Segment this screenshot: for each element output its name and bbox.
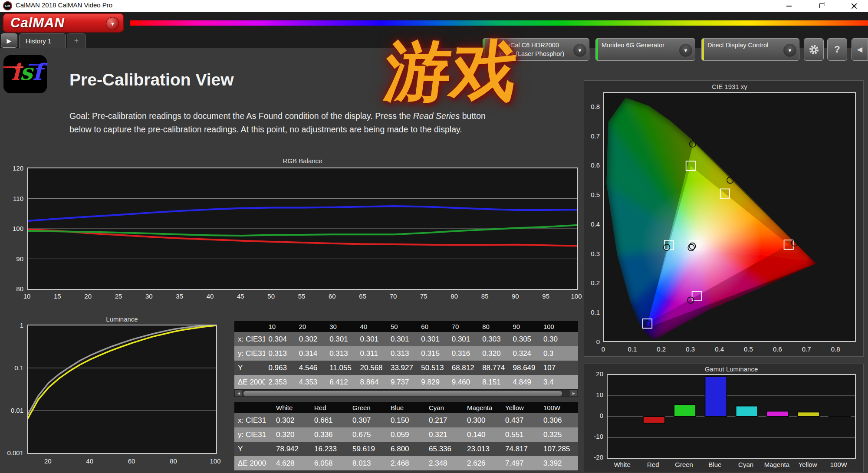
goal-text: Goal: Pre-calibration readings to docume… <box>69 109 486 136</box>
add-tab-button[interactable]: + <box>67 33 86 48</box>
table-cell: 0.059 <box>387 430 425 439</box>
settings-button[interactable] <box>804 38 824 61</box>
table-column-header: Blue <box>387 404 425 411</box>
table-cell: 0.217 <box>425 416 464 425</box>
table-row: y: CIE310.3130.3140.3130.3110.3130.3150.… <box>234 346 578 361</box>
rgb-balance-title: RGB Balance <box>27 157 578 164</box>
table-cell: 16.233 <box>311 445 349 453</box>
table-cell: 0.320 <box>273 430 311 439</box>
axis-tick-label: 1 <box>3 322 23 329</box>
meter-dropdown[interactable]: SpectraCal C6 HDR2000 Projector (Laser P… <box>483 38 589 61</box>
axis-tick-label: 0.2 <box>654 345 668 353</box>
help-button[interactable]: ? <box>827 38 847 61</box>
table-column-header: 100 <box>540 323 570 330</box>
table-cell: 0.305 <box>510 335 540 344</box>
gamut-table: WhiteRedGreenBlueCyanMagentaYellow100Wx:… <box>234 402 578 470</box>
collapse-panel-button[interactable]: ◀ <box>852 38 868 61</box>
table-cell: 0.324 <box>510 349 540 358</box>
table-cell: 98.649 <box>510 364 540 372</box>
scroll-right-arrow[interactable]: ▶ <box>570 390 577 396</box>
axis-tick-label: 110 <box>4 195 23 202</box>
table-cell: 0.325 <box>540 430 578 439</box>
axis-tick-label: 0.1 <box>582 309 600 316</box>
table-cell: 8.151 <box>479 378 509 387</box>
table-cell: 7.497 <box>502 459 540 468</box>
axis-tick-label: 0.8 <box>829 345 842 353</box>
table-cell: 2.468 <box>387 459 425 468</box>
table-row-label: ΔE 2000 <box>234 459 273 468</box>
source-dropdown[interactable]: Murideo 6G Generator ▼ <box>595 38 695 61</box>
table-cell: 0.661 <box>311 416 349 425</box>
source-dropdown-label: Murideo 6G Generator <box>602 41 664 49</box>
axis-tick-label: 20 <box>82 292 95 300</box>
axis-tick-label: 0.6 <box>770 345 784 353</box>
table-cell: 0.321 <box>425 430 464 439</box>
restore-icon <box>819 3 824 8</box>
page-title: Pre-Calibration View <box>69 70 234 89</box>
minimize-icon <box>786 6 792 7</box>
axis-tick-label: 0.7 <box>582 132 600 140</box>
restore-button[interactable] <box>812 0 832 12</box>
table-cell: 0.301 <box>418 335 448 344</box>
table-cell: 0.313 <box>387 349 418 358</box>
table-cell: 0.320 <box>479 349 509 358</box>
scrollbar-thumb[interactable] <box>243 391 562 397</box>
table-row: y: CIE310.3200.3360.6750.0590.3210.1400.… <box>234 427 578 442</box>
table-row-label: ΔE 2000 <box>234 378 265 387</box>
display-control-dropdown[interactable]: Direct Display Control ▼ <box>701 38 799 61</box>
question-icon: ? <box>834 44 840 55</box>
axis-tick-label: 0.5 <box>582 191 600 198</box>
table-cell: 0.301 <box>357 335 387 344</box>
table-cell: 0.300 <box>464 416 502 425</box>
axis-tick-label: 0.7 <box>799 345 813 353</box>
axis-tick-label: 0 <box>596 345 610 353</box>
rgb-balance-chart <box>27 168 578 290</box>
table-cell: 9.460 <box>448 378 479 387</box>
table-row-label: Y <box>234 445 273 453</box>
cie-title: CIE 1931 xy <box>603 83 856 90</box>
axis-tick-label: 0.4 <box>713 345 727 353</box>
axis-tick-label: 0.3 <box>684 345 697 353</box>
axis-tick-label: -20 <box>585 453 603 461</box>
table-cell: 20.568 <box>357 364 387 372</box>
axis-tick-label: 0.6 <box>582 161 600 169</box>
table-row-label: Y <box>234 364 265 372</box>
calman-menu-button[interactable]: CalMAN ▼ <box>3 13 124 33</box>
axis-tick-label: 30 <box>142 292 155 300</box>
table-row: x: CIE310.3020.6610.3070.1500.2170.3000.… <box>234 413 578 427</box>
goal-suffix: button <box>460 111 486 121</box>
table-cell: 74.817 <box>502 445 540 453</box>
minimize-button[interactable] <box>779 0 799 12</box>
tab-label: History 1 <box>26 37 51 45</box>
table-cell: 0.437 <box>502 416 540 425</box>
window-titlebar: CM CalMAN 2018 CalMAN Video Pro <box>0 0 868 12</box>
axis-tick-label: 65 <box>356 292 369 300</box>
table-scrollbar[interactable]: ◀ ▶ <box>234 389 578 397</box>
axis-tick-label: 0.8 <box>582 103 600 110</box>
close-button[interactable] <box>844 0 864 12</box>
table-column-header: 50 <box>387 323 418 330</box>
table-cell: 0.307 <box>349 416 387 425</box>
axis-tick-label: 10 <box>585 391 603 398</box>
chevron-down-icon: ▼ <box>106 17 119 30</box>
scroll-left-arrow[interactable]: ◀ <box>235 390 242 396</box>
luminance-title: Luminance <box>27 315 217 323</box>
table-row: x: CIE310.3040.3020.3010.3010.3010.3010.… <box>234 332 578 346</box>
workflow-nav-button[interactable]: ▶ <box>1 33 17 48</box>
table-cell: 59.619 <box>349 445 387 453</box>
axis-tick-label: 40 <box>204 292 217 300</box>
table-cell: 4.849 <box>510 378 540 387</box>
cie-diagram <box>604 93 855 341</box>
table-column-header: 40 <box>357 323 387 330</box>
table-column-header: Yellow <box>502 404 540 411</box>
luminance-chart <box>27 325 217 454</box>
tab-history-1[interactable]: History 1 <box>19 33 66 48</box>
axis-tick-label: 0 <box>582 338 600 345</box>
axis-tick-label: 20 <box>41 457 54 465</box>
axis-tick-label: 0.2 <box>582 279 600 286</box>
table-cell: 2.626 <box>464 459 502 468</box>
grayscale-table: 102030405060708090100x: CIE310.3040.3020… <box>234 321 578 389</box>
axis-tick-label: 70 <box>387 292 400 300</box>
table-cell: 0.551 <box>502 430 540 439</box>
table-column-header: 70 <box>448 323 479 330</box>
